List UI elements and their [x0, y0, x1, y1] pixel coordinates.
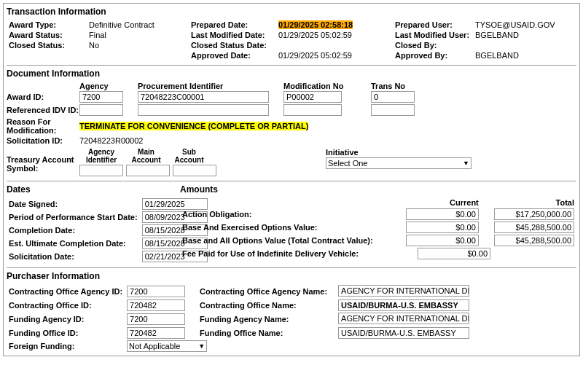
- last-modified-user-label: Last Modified User:: [393, 30, 473, 40]
- date-signed-label: Date Signed:: [7, 197, 140, 211]
- table-row: Foreign Funding: Not Applicable ▼: [7, 340, 576, 353]
- ref-idv-agency-input[interactable]: [79, 104, 123, 116]
- funding-office-id-input[interactable]: 720482: [127, 327, 185, 339]
- est-ultimate-label: Est. Ultimate Completion Date:: [7, 237, 140, 250]
- purchaser-section: Purchaser Information Contracting Office…: [7, 271, 576, 353]
- contracting-office-name-label: Contracting Office Name:: [197, 299, 336, 312]
- funding-office-name-label: Funding Office Name:: [197, 326, 336, 340]
- trans-no-header: Trans No: [371, 82, 429, 90]
- agency-identifier-input[interactable]: [79, 165, 123, 176]
- last-modified-user-value: BGELBAND: [473, 30, 576, 40]
- action-obligation-current[interactable]: $0.00: [406, 208, 479, 220]
- document-section-title: Document Information: [7, 68, 576, 79]
- ref-idv-mod-input[interactable]: [283, 104, 342, 116]
- funding-agency-name-label: Funding Agency Name:: [197, 312, 336, 326]
- award-id-agency: 7200: [79, 91, 138, 103]
- contracting-office-agency-id-value: 7200: [125, 284, 197, 299]
- funding-agency-name-input[interactable]: AGENCY FOR INTERNATIONAL DEVELOPMENT: [338, 313, 469, 324]
- proc-id-header: Procurement Identifier: [138, 82, 283, 90]
- closed-by-value: [473, 40, 576, 50]
- contracting-office-agency-name-value: AGENCY FOR INTERNATIONAL DEVELOPMENT: [336, 284, 576, 299]
- funding-office-name-input[interactable]: USAID/BURMA-U.S. EMBASSY: [338, 327, 469, 339]
- foreign-funding-dropdown[interactable]: Not Applicable ▼: [127, 340, 207, 352]
- base-exercised-total[interactable]: $45,288,500.00: [494, 222, 574, 233]
- ref-idv-trans-input[interactable]: [371, 104, 415, 116]
- closed-status-date-label: Closed Status Date:: [189, 40, 276, 50]
- pop-start-label: Period of Performance Start Date:: [7, 211, 140, 224]
- foreign-funding-value: Not Applicable ▼: [125, 340, 576, 353]
- award-id-mod: P00002: [283, 91, 371, 103]
- ref-idv-row: Referenced IDV ID:: [7, 104, 576, 116]
- base-exercised-label: Base And Exercised Options Value:: [180, 221, 394, 234]
- amounts-table: Current Total Action Obligation: $0.00 $…: [180, 197, 576, 260]
- table-row: Approved Date: 01/29/2025 05:02:59 Appro…: [7, 50, 576, 60]
- prepared-user-label: Prepared User:: [393, 20, 473, 30]
- table-row: Award Type: Definitive Contract Prepared…: [7, 20, 576, 30]
- contracting-office-agency-name-input[interactable]: AGENCY FOR INTERNATIONAL DEVELOPMENT: [338, 285, 469, 297]
- funding-agency-id-value: 7200: [125, 312, 197, 326]
- document-section: Document Information Agency Procurement …: [7, 68, 576, 176]
- action-obligation-total[interactable]: $17,250,000.00: [494, 208, 574, 220]
- doc-col-headers: Agency Procurement Identifier Modificati…: [79, 82, 576, 90]
- approved-by-value: BGELBAND: [473, 50, 576, 60]
- base-all-current[interactable]: $0.00: [406, 235, 479, 246]
- completion-label: Completion Date:: [7, 224, 140, 237]
- award-id-trans-input[interactable]: 0: [371, 91, 415, 103]
- current-header: Current: [394, 197, 481, 208]
- sub-account-input[interactable]: [173, 165, 216, 176]
- award-id-label: Award ID:: [7, 93, 79, 101]
- table-row: Contracting Office Agency ID: 7200 Contr…: [7, 284, 576, 299]
- table-row: Period of Performance Start Date: 08/09/…: [7, 211, 210, 224]
- contracting-office-name-value: USAID/BURMA-U.S. EMBASSY: [336, 299, 576, 312]
- treasury-sub-headers: Agency Identifier Main Account Sub Accou…: [79, 148, 216, 164]
- ref-idv-proc-input[interactable]: [138, 104, 269, 116]
- award-id-proc-input[interactable]: 72048223C00001: [138, 91, 269, 103]
- contracting-office-id-label: Contracting Office ID:: [7, 299, 125, 312]
- ref-idv-label: Referenced IDV ID:: [7, 106, 79, 114]
- main-account-header: Main Account: [126, 148, 166, 164]
- dates-table: Date Signed: 01/29/2025 Period of Perfor…: [7, 197, 210, 263]
- contracting-office-id-input[interactable]: 720482: [127, 299, 185, 311]
- dates-section-title: Dates: [7, 184, 174, 195]
- table-row: Date Signed: 01/29/2025: [7, 197, 210, 211]
- amounts-section-title: Amounts: [180, 184, 576, 195]
- initiative-dropdown[interactable]: Select One ▼: [326, 157, 472, 169]
- solicitation-row: Solicitation ID: 72048223R00002: [7, 136, 576, 145]
- last-modified-date-value: 01/29/2025 05:02:59: [276, 30, 393, 40]
- purchaser-table: Contracting Office Agency ID: 7200 Contr…: [7, 284, 576, 353]
- solicitation-value: 72048223R00002: [79, 136, 143, 145]
- award-id-agency-input[interactable]: 7200: [79, 91, 123, 103]
- contracting-office-name-input[interactable]: USAID/BURMA-U.S. EMBASSY: [338, 299, 469, 311]
- contracting-office-agency-id-input[interactable]: 7200: [127, 286, 185, 297]
- prepared-date-label: Prepared Date:: [189, 20, 276, 30]
- amounts-section: Amounts Current Total Action Obligation:…: [180, 184, 576, 263]
- funding-office-name-value: USAID/BURMA-U.S. EMBASSY: [336, 326, 576, 340]
- award-status-label: Award Status:: [7, 30, 87, 40]
- award-id-proc: 72048223C00001: [138, 91, 283, 103]
- chevron-down-icon: ▼: [463, 160, 469, 167]
- divider-2: [7, 181, 576, 181]
- award-id-mod-input[interactable]: P00002: [283, 91, 342, 103]
- agency-identifier-header: Agency Identifier: [79, 148, 123, 164]
- mod-no-header: Modification No: [283, 82, 371, 90]
- closed-status-label: Closed Status:: [7, 40, 87, 50]
- solicitation-label: Solicitation ID:: [7, 136, 79, 145]
- transaction-section: Transaction Information Award Type: Defi…: [7, 7, 576, 60]
- base-exercised-current[interactable]: $0.00: [406, 222, 479, 233]
- closed-by-label: Closed By:: [393, 40, 473, 50]
- fee-paid-input[interactable]: $0.00: [418, 248, 490, 259]
- award-id-row: Award ID: 7200 72048223C00001 P00002 0: [7, 91, 576, 103]
- award-status-value: Final: [87, 30, 189, 40]
- reason-mod-label: Reason For Modification:: [7, 117, 79, 135]
- table-row: Completion Date: 08/15/2028: [7, 224, 210, 237]
- initiative-header: Initiative: [326, 148, 472, 157]
- dates-amounts-section: Dates Date Signed: 01/29/2025 Period of …: [7, 184, 576, 263]
- base-all-total[interactable]: $45,288,500.00: [494, 235, 574, 246]
- funding-agency-id-input[interactable]: 7200: [127, 313, 185, 325]
- main-account-input[interactable]: [126, 165, 170, 176]
- funding-agency-id-label: Funding Agency ID:: [7, 312, 125, 326]
- fee-paid-label: Fee Paid for Use of Indefinite Delivery …: [180, 247, 394, 260]
- table-row: Solicitation Date: 02/21/2023: [7, 250, 210, 263]
- treasury-label: Treasury Account Symbol:: [7, 148, 79, 173]
- funding-office-id-value: 720482: [125, 326, 197, 340]
